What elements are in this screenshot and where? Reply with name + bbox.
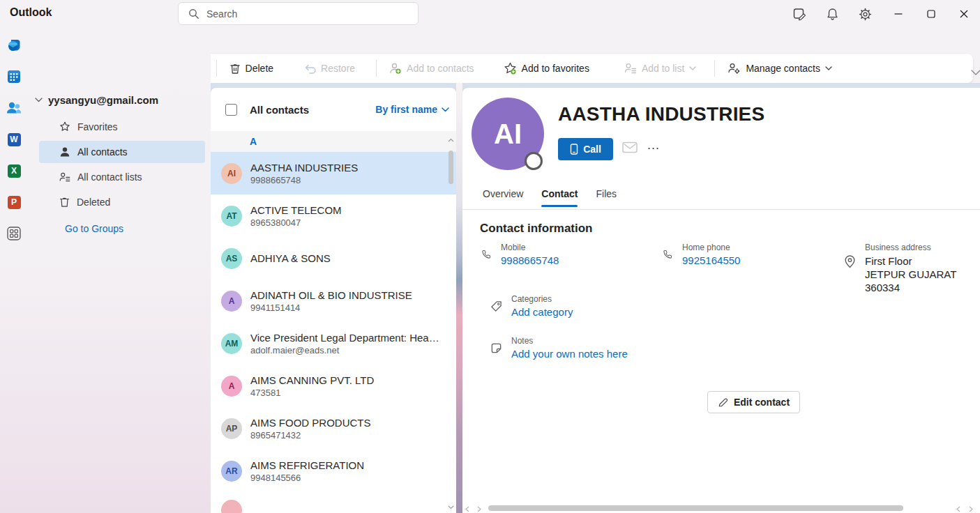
notifications-button[interactable] (816, 0, 849, 28)
add-to-favorites-button[interactable]: Add to favorites (497, 58, 596, 79)
sidebar-item-label: All contact lists (77, 171, 142, 183)
sort-by-button[interactable]: By first name (375, 104, 449, 115)
address-line-2: JETPUR GUJARAT 360334 (865, 268, 980, 294)
my-day-button[interactable] (783, 0, 816, 28)
contact-detail: 9988665748 (250, 175, 358, 185)
edit-contact-button[interactable]: Edit contact (707, 391, 800, 413)
word-app-icon[interactable]: W (6, 132, 22, 146)
chevron-down-icon (442, 107, 449, 112)
edit-contact-label: Edit contact (734, 397, 790, 408)
maximize-button[interactable] (914, 0, 947, 28)
calendar-app-icon[interactable] (6, 70, 22, 84)
mail-app-icon[interactable] (6, 38, 22, 52)
avatar: AR (221, 461, 242, 482)
search-icon (188, 8, 199, 20)
select-all-checkbox[interactable] (225, 104, 237, 116)
contact-row-adhiya-sons[interactable]: AS ADHIYA & SONS (211, 237, 456, 280)
scroll-up-icon[interactable] (446, 135, 455, 144)
minimize-icon (894, 10, 903, 18)
field-label: Mobile (501, 243, 559, 252)
folder-pane: yysangyu@gmail.com Favorites All contact… (28, 83, 211, 513)
people-settings-icon (728, 62, 741, 75)
people-list-icon (624, 62, 637, 75)
account-email: yysangyu@gmail.com (48, 94, 158, 106)
tab-files[interactable]: Files (596, 188, 617, 207)
sidebar-item-label: Favorites (77, 121, 118, 132)
person-icon (59, 146, 70, 158)
excel-app-icon[interactable]: X (6, 164, 22, 178)
avatar (221, 500, 242, 513)
avatar-initials: AP (226, 424, 238, 434)
contact-row-aims-food[interactable]: AP AIMS FOOD PRODUCTS8965471432 (211, 407, 456, 450)
minimize-button[interactable] (882, 0, 914, 28)
account-header[interactable]: yysangyu@gmail.com (28, 83, 211, 113)
search-box[interactable] (178, 2, 419, 25)
location-pin-icon (844, 255, 856, 294)
scroll-left-icon[interactable] (465, 506, 469, 512)
contact-name: AIMS CANNING PVT. LTD (250, 374, 374, 386)
sidebar-item-favorites[interactable]: Favorites (39, 116, 205, 138)
search-input[interactable] (206, 8, 388, 20)
contact-detail: 473581 (250, 388, 374, 398)
star-add-icon (504, 62, 517, 75)
scroll-right-icon[interactable] (969, 506, 973, 512)
app-title: Outlook (10, 6, 52, 19)
more-apps-icon[interactable] (6, 227, 22, 240)
toolbar-divider (216, 60, 217, 77)
sidebar-item-all-contacts[interactable]: All contacts (39, 141, 205, 163)
tab-contact[interactable]: Contact (541, 188, 578, 207)
restore-label: Restore (321, 63, 355, 74)
add-notes-link[interactable]: Add your own notes here (511, 348, 628, 360)
contact-row-aims-refrigeration[interactable]: AR AIMS REFRIGERATION9948145566 (211, 450, 456, 492)
person-add-icon (389, 62, 402, 75)
restore-button[interactable]: Restore (297, 58, 362, 79)
list-title: All contacts (250, 104, 309, 116)
contact-row-active-telecom[interactable]: AT ACTIVE TELECOM8965380047 (211, 194, 456, 237)
powerpoint-app-icon[interactable]: P (6, 195, 22, 209)
people-app-icon[interactable] (6, 101, 22, 115)
scroll-left-icon[interactable] (956, 506, 960, 512)
add-to-favorites-label: Add to favorites (522, 63, 589, 74)
list-scrollbar[interactable] (446, 135, 455, 512)
settings-button[interactable] (849, 0, 882, 28)
go-to-groups-link[interactable]: Go to Groups (65, 223, 123, 234)
home-phone-link[interactable]: 9925164550 (682, 254, 740, 266)
trash-icon (59, 197, 70, 208)
contact-row-aims-canning[interactable]: A AIMS CANNING PVT. LTD473581 (211, 365, 456, 407)
add-to-list-button[interactable]: Add to list (617, 58, 703, 79)
contact-row-partial[interactable] (211, 492, 456, 513)
contact-row-aastha-industries[interactable]: AI AASTHA INDUSTRIES9988665748 (211, 152, 456, 194)
tab-overview[interactable]: Overview (483, 188, 523, 207)
close-icon (960, 10, 968, 18)
sidebar-item-all-contact-lists[interactable]: All contact lists (39, 166, 205, 188)
phone-icon (480, 249, 492, 266)
sidebar-item-deleted[interactable]: Deleted (39, 191, 205, 213)
avatar-initials: A (229, 296, 235, 306)
delete-button[interactable]: Delete (223, 58, 280, 79)
add-category-link[interactable]: Add category (511, 306, 573, 318)
field-label: Home phone (682, 243, 740, 252)
sidebar-item-label: All contacts (77, 146, 128, 158)
more-options-button[interactable]: ... (647, 138, 660, 153)
email-button[interactable] (621, 141, 638, 154)
call-button[interactable]: Call (558, 138, 613, 160)
scroll-right-icon[interactable] (477, 506, 481, 512)
contact-detail-panel: AI AASTHA INDUSTRIES Call ... Overview C… (462, 88, 980, 513)
horizontal-scrollbar-thumb[interactable] (488, 505, 903, 511)
contact-name: AIMS FOOD PRODUCTS (250, 417, 371, 429)
contact-list-header: All contacts By first name (211, 88, 456, 131)
scroll-down-icon[interactable] (446, 503, 455, 512)
mobile-number-link[interactable]: 9988665748 (501, 254, 559, 266)
field-categories: Categories Add category (490, 294, 573, 318)
toolbar-divider (376, 60, 377, 77)
contact-row-adinath-oil[interactable]: A ADINATH OIL & BIO INDUSTRISE9941151414 (211, 280, 456, 322)
delete-label: Delete (246, 63, 273, 74)
horizontal-scrollbar[interactable] (462, 502, 980, 513)
list-scrollbar-thumb[interactable] (448, 151, 453, 184)
close-button[interactable] (947, 0, 980, 28)
presence-indicator (525, 152, 543, 170)
contact-row-adolf-maier[interactable]: AM Vice President Legal Department: Head… (211, 322, 456, 365)
ribbon-collapse-chevron[interactable] (970, 68, 980, 77)
manage-contacts-button[interactable]: Manage contacts (721, 58, 839, 79)
add-to-contacts-button[interactable]: Add to contacts (382, 58, 481, 79)
